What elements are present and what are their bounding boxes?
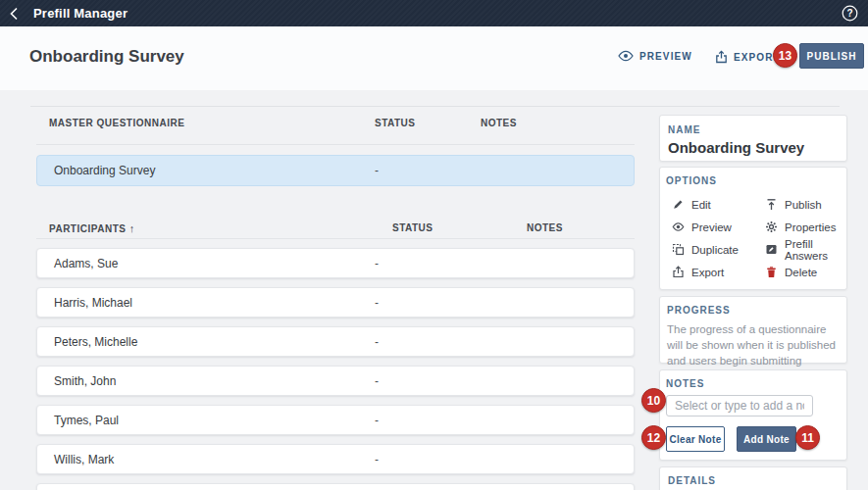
prefill-icon xyxy=(765,243,778,256)
option-edit[interactable]: Edit xyxy=(672,193,765,216)
options-section-label: OPTIONS xyxy=(666,175,842,186)
eye-icon xyxy=(618,50,634,62)
participant-row[interactable]: Willis, Mark - xyxy=(36,444,635,474)
participant-name: Tymes, Paul xyxy=(54,414,119,427)
participants-col-name-label: PARTICIPANTS xyxy=(49,223,126,234)
content-divider xyxy=(30,106,840,107)
master-row-name: Onboarding Survey xyxy=(54,164,155,177)
help-button[interactable]: ? xyxy=(842,5,858,22)
back-button[interactable] xyxy=(0,0,29,26)
sidebar-notes-card: NOTES Clear Note Add Note xyxy=(659,369,847,461)
publish-icon xyxy=(765,198,778,211)
questionnaire-name: Onboarding Survey xyxy=(668,139,839,156)
participant-row[interactable]: Adams, Sue - xyxy=(36,248,635,278)
pencil-icon xyxy=(672,198,685,211)
participant-status: - xyxy=(375,453,379,466)
name-section-label: NAME xyxy=(668,124,839,135)
participants-col-name[interactable]: PARTICIPANTS ↑ xyxy=(49,222,135,234)
note-input[interactable] xyxy=(666,395,813,416)
export-icon xyxy=(715,50,728,64)
option-label: Properties xyxy=(785,221,836,233)
participant-name: Adams, Sue xyxy=(54,257,118,270)
duplicate-icon xyxy=(672,243,685,256)
participant-row[interactable]: Harris, Michael - xyxy=(36,287,635,318)
option-label: Preview xyxy=(691,221,732,233)
participant-row[interactable]: Peters, Michelle - xyxy=(36,326,635,357)
preview-button[interactable]: PREVIEW xyxy=(618,50,692,62)
annotation-badge-10: 10 xyxy=(641,388,666,413)
participant-row[interactable]: Smith, John - xyxy=(36,366,635,396)
option-delete[interactable]: Delete xyxy=(765,261,842,283)
preview-label: PREVIEW xyxy=(639,51,692,62)
option-label: Delete xyxy=(785,267,817,278)
annotation-badge-12: 12 xyxy=(641,425,666,450)
participant-status: - xyxy=(375,374,379,388)
options-grid: Edit Publish Preview xyxy=(672,193,842,283)
notes-section-label: NOTES xyxy=(666,378,841,389)
trash-icon xyxy=(765,266,778,278)
participant-row[interactable]: Tymes, Paul - xyxy=(36,405,635,435)
participant-name: Smith, John xyxy=(54,374,116,388)
option-prefill-answers[interactable]: Prefill Answers xyxy=(765,238,842,261)
participant-status: - xyxy=(375,296,379,310)
participant-status: - xyxy=(375,257,379,270)
participant-name: Harris, Michael xyxy=(54,296,132,310)
option-duplicate[interactable]: Duplicate xyxy=(672,238,765,261)
master-col-name: MASTER QUESTIONNAIRE xyxy=(49,118,184,128)
option-export[interactable]: Export xyxy=(672,261,765,283)
add-note-label: Add Note xyxy=(743,434,790,445)
sidebar-options-card: OPTIONS Edit Publish Previe xyxy=(659,167,847,290)
sidebar-details-card: DETAILS Authored by Pla xyxy=(659,466,847,490)
chevron-left-icon xyxy=(7,6,23,22)
option-properties[interactable]: Properties xyxy=(765,216,842,238)
participant-name: Peters, Michelle xyxy=(54,335,137,349)
participants-col-notes: NOTES xyxy=(527,222,563,233)
page-header: Onboarding Survey PREVIEW EXPORT PUBLISH xyxy=(0,26,868,90)
publish-label: PUBLISH xyxy=(807,51,857,62)
participant-name: Willis, Mark xyxy=(54,453,114,466)
publish-button[interactable]: PUBLISH xyxy=(799,43,864,69)
sidebar-name-card: NAME Onboarding Survey xyxy=(659,115,847,162)
svg-text:?: ? xyxy=(846,8,852,19)
annotation-badge-11: 11 xyxy=(795,425,820,450)
top-navbar: Prefill Manager ? xyxy=(0,0,868,26)
option-label: Publish xyxy=(785,199,822,211)
clear-note-label: Clear Note xyxy=(669,434,721,445)
master-header-divider xyxy=(36,144,635,145)
export-icon xyxy=(672,266,685,278)
annotation-badge-13: 13 xyxy=(773,43,797,68)
option-label: Export xyxy=(691,267,724,278)
eye-icon xyxy=(672,220,685,233)
page-title: Onboarding Survey xyxy=(29,47,184,67)
master-col-status: STATUS xyxy=(375,118,416,128)
master-col-notes: NOTES xyxy=(481,118,517,128)
option-preview[interactable]: Preview xyxy=(672,216,765,238)
sort-ascending-icon: ↑ xyxy=(129,222,135,234)
question-circle-icon: ? xyxy=(842,5,858,22)
participant-row-partial[interactable] xyxy=(36,483,635,490)
option-label: Duplicate xyxy=(691,244,739,256)
option-label: Edit xyxy=(691,199,711,211)
participant-status: - xyxy=(375,335,379,349)
participant-status: - xyxy=(375,414,379,427)
export-button[interactable]: EXPORT xyxy=(715,50,781,64)
option-publish[interactable]: Publish xyxy=(765,193,842,216)
sidebar-progress-card: PROGRESS The progress of a questionnaire… xyxy=(659,296,847,364)
main-content: MASTER QUESTIONNAIRE STATUS NOTES Onboar… xyxy=(0,90,868,490)
master-row-status: - xyxy=(375,164,379,177)
progress-section-label: PROGRESS xyxy=(667,305,840,316)
participants-header-divider xyxy=(36,238,635,239)
option-label: Prefill Answers xyxy=(785,238,842,262)
add-note-button[interactable]: Add Note xyxy=(737,426,796,452)
clear-note-button[interactable]: Clear Note xyxy=(666,426,725,452)
details-section-label: DETAILS xyxy=(668,475,839,486)
gear-icon xyxy=(765,220,778,233)
master-row-onboarding-survey[interactable]: Onboarding Survey - xyxy=(36,155,635,186)
participants-col-status: STATUS xyxy=(392,222,434,233)
app-title: Prefill Manager xyxy=(33,6,128,21)
